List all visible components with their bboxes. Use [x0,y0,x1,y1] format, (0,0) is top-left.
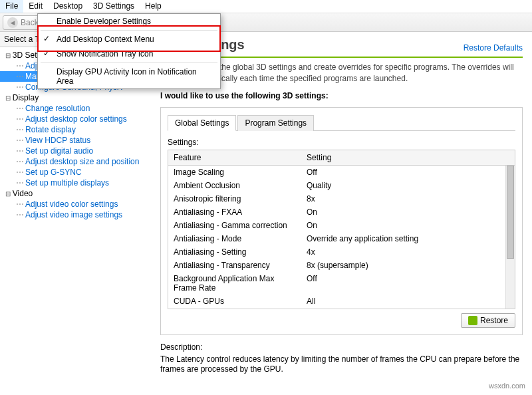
settings-panel: Global Settings Program Settings Setting… [160,107,523,335]
menu-file[interactable]: File [0,0,23,13]
tree-item-gsync[interactable]: Set up G-SYNC [0,167,151,178]
cell-setting: Off [301,167,515,178]
check-icon: ✓ [43,34,50,43]
cell-setting: Override any application setting [301,233,515,244]
restore-button[interactable]: Restore [461,313,515,328]
cell-feature: Background Application Max Frame Rate [168,273,301,293]
tab-global[interactable]: Global Settings [168,115,236,131]
check-icon: ✓ [43,49,50,58]
table-row[interactable]: Antialiasing - Transparency8x (supersamp… [168,259,515,272]
cell-feature: Antialiasing - Mode [168,233,301,244]
table-row[interactable]: Antialiasing - FXAAOn [168,205,515,219]
scrollbar[interactable] [505,166,515,309]
menu-help[interactable]: Help [140,0,167,13]
table-row[interactable]: Image ScalingOff [168,166,515,179]
menu-add-context-menu[interactable]: ✓Add Desktop Context Menu [38,32,220,47]
cell-feature: Antialiasing - Gamma correction [168,220,301,231]
nvidia-logo-icon [468,316,477,325]
settings-heading: I would like to use the following 3D set… [160,91,523,100]
tree-group-display[interactable]: Display [0,92,151,103]
tree-item-video-image[interactable]: Adjust video image settings [0,209,151,220]
cell-feature: Anisotropic filtering [168,194,301,204]
tree-item-multi-disp[interactable]: Set up multiple displays [0,178,151,188]
menu-edit[interactable]: Edit [23,0,48,13]
cell-setting: 8x (supersample) [301,260,515,271]
th-setting: Setting [301,150,515,165]
cell-feature: Ambient Occlusion [168,180,301,191]
tree-item-change-res[interactable]: Change resolution [0,103,151,114]
table-row[interactable]: Ambient OcclusionQuality [168,179,515,192]
table-row[interactable]: Background Application Max Frame RateOff [168,272,515,295]
cell-feature: Antialiasing - Setting [168,247,301,257]
cell-feature: Antialiasing - FXAA [168,207,301,217]
desktop-dropdown-menu: Enable Developer Settings ✓Add Desktop C… [37,13,221,89]
tree-item-adjust-color[interactable]: Adjust desktop color settings [0,114,151,124]
cell-setting: Off [301,273,515,293]
restore-button-label: Restore [480,316,508,325]
table-row[interactable]: Antialiasing - ModeOverride any applicat… [168,232,515,245]
table-row[interactable]: Antialiasing - Gamma correctionOn [168,219,515,232]
back-label: Back [21,18,39,27]
menu-separator [41,30,217,31]
settings-label: Settings: [168,138,515,147]
cell-setting: All [301,296,515,307]
menu-gpu-activity-icon[interactable]: Display GPU Activity Icon in Notificatio… [38,65,220,88]
description-text: The Latency control reduces latency by l… [160,354,523,375]
back-arrow-icon: ◄ [7,17,18,28]
settings-table[interactable]: Feature Setting Image ScalingOffAmbient … [168,150,515,309]
cell-setting: 8x [301,194,515,204]
tree-item-hdcp[interactable]: View HDCP status [0,135,151,146]
tree-item-rotate[interactable]: Rotate display [0,124,151,135]
cell-feature: CUDA - GPUs [168,296,301,307]
cell-setting: On [301,207,515,217]
tabs: Global Settings Program Settings [168,114,515,131]
cell-feature: Image Scaling [168,167,301,178]
description-label: Description: [160,342,523,352]
menu-show-tray-icon[interactable]: ✓Show Notification Tray Icon [38,47,220,61]
menu-separator [41,63,217,63]
th-feature: Feature [168,150,301,165]
tree-item-video-color[interactable]: Adjust video color settings [0,199,151,209]
scrollbar-thumb[interactable] [507,166,514,259]
cell-setting: 4x [301,247,515,257]
watermark: wsxdn.com [489,382,525,390]
tree-group-video[interactable]: Video [0,188,151,199]
tree-item-audio[interactable]: Set up digital audio [0,146,151,156]
tab-program[interactable]: Program Settings [237,115,314,131]
table-row[interactable]: DSR - Factors1.20x;1.50x;1.78x;2.00x;2.2… [168,308,515,309]
cell-feature: Antialiasing - Transparency [168,260,301,271]
cell-setting: Quality [301,180,515,191]
menu-3dsettings[interactable]: 3D Settings [88,0,140,13]
cell-setting: On [301,220,515,231]
restore-defaults-link[interactable]: Restore Defaults [464,43,523,53]
tree-item-size-pos[interactable]: Adjust desktop size and position [0,156,151,167]
menu-enable-developer[interactable]: Enable Developer Settings [38,14,220,29]
menu-desktop[interactable]: Desktop [48,0,88,13]
menubar: File Edit Desktop 3D Settings Help [0,0,532,13]
table-row[interactable]: CUDA - GPUsAll [168,295,515,308]
table-row[interactable]: Anisotropic filtering8x [168,192,515,205]
table-row[interactable]: Antialiasing - Setting4x [168,245,515,259]
